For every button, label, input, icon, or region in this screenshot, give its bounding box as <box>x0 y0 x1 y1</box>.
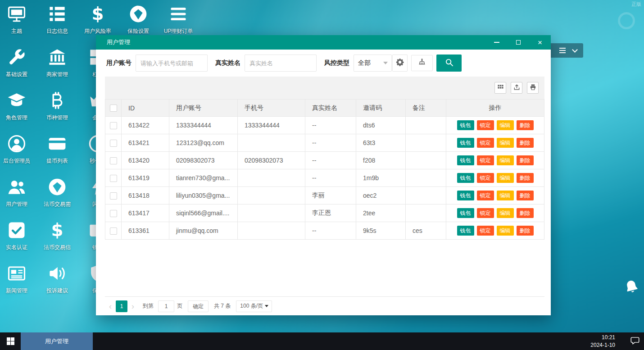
realname-input[interactable] <box>245 55 317 72</box>
taskbar-active-app[interactable]: 用户管理 <box>21 332 93 350</box>
desktop-icon-dollar[interactable]: $用户风险率 <box>80 4 115 35</box>
window-titlebar[interactable]: 用户管理 × <box>96 35 551 50</box>
wallet-button[interactable]: 钱包 <box>457 191 474 200</box>
search-button[interactable] <box>436 55 462 72</box>
user-table: ID用户账号手机号真实姓名邀请码备注操作 6134221333344444133… <box>105 99 544 240</box>
desktop-icon-users[interactable]: 用户管理 <box>0 177 34 208</box>
clear-button[interactable] <box>411 55 433 71</box>
desktop-icon-bank-card[interactable]: 提币列表 <box>40 133 75 165</box>
delete-button[interactable]: 删除 <box>517 155 534 165</box>
desktop-icon-wrench[interactable]: 基础设置 <box>0 47 34 78</box>
lock-button[interactable]: 锁定 <box>477 191 494 200</box>
cell-invite: 2tee <box>356 205 406 222</box>
current-page-button[interactable]: 1 <box>116 300 127 312</box>
desktop-icon-news[interactable]: 新闻管理 <box>0 263 34 295</box>
close-button[interactable]: × <box>529 35 551 50</box>
minimize-icon <box>494 42 499 43</box>
row-checkbox[interactable] <box>110 175 117 182</box>
goto-page-input[interactable] <box>158 300 174 312</box>
cell-invite: 9k5s <box>356 222 406 240</box>
row-checkbox[interactable] <box>110 122 117 129</box>
cell-remark <box>406 117 446 134</box>
edit-button[interactable]: 编辑 <box>497 226 514 236</box>
desktop-icon-label: 提币列表 <box>40 157 75 165</box>
select-all-checkbox[interactable] <box>110 105 117 112</box>
risk-type-label: 风控类型 <box>324 59 349 67</box>
prev-page-button[interactable]: ‹ <box>105 302 116 310</box>
per-page-select[interactable]: 100 条/页 <box>236 300 272 312</box>
start-button[interactable] <box>0 332 21 350</box>
print-icon <box>530 84 536 92</box>
cell-remark <box>406 152 446 169</box>
column-header: 邀请码 <box>356 100 406 117</box>
export-button[interactable] <box>511 82 522 94</box>
dollar-icon: $ <box>47 220 68 241</box>
desktop-icon-bank[interactable]: 商家管理 <box>40 47 75 78</box>
desktop-icon-dollar[interactable]: $法币交易信 <box>40 220 75 251</box>
menu-icon[interactable] <box>559 48 566 53</box>
wallet-button[interactable]: 钱包 <box>457 208 474 218</box>
desktop-icon-diamond-badge[interactable]: 保险设置 <box>121 4 156 35</box>
desktop-icon-menu-lines[interactable]: UP理财订单 <box>161 4 196 35</box>
edit-button[interactable]: 编辑 <box>497 191 514 200</box>
table-row: 6134200209830207302098302073--f208钱包锁定编辑… <box>105 152 544 169</box>
edit-button[interactable]: 编辑 <box>497 155 514 165</box>
delete-button[interactable]: 删除 <box>517 138 534 148</box>
delete-button[interactable]: 删除 <box>517 120 534 130</box>
risk-type-select[interactable]: 全部 <box>354 55 392 72</box>
row-checkbox[interactable] <box>110 192 117 200</box>
taskbar-clock[interactable]: 10:21 2024-1-10 <box>590 334 615 348</box>
risk-type-value: 全部 <box>358 59 371 67</box>
chevron-down-icon[interactable] <box>572 47 578 53</box>
desktop-icon-admin-user[interactable]: 后台管理员 <box>0 133 34 165</box>
desktop-icon-graduation-cap[interactable]: 角色管理 <box>0 90 34 122</box>
close-icon: × <box>538 39 542 46</box>
row-checkbox[interactable] <box>110 210 117 217</box>
settings-button[interactable] <box>392 55 408 72</box>
desktop-icon-diamond-badge[interactable]: 法币交易需 <box>40 177 75 208</box>
lock-button[interactable]: 锁定 <box>477 173 494 183</box>
desktop-icon-check-badge[interactable]: 实名认证 <box>0 220 34 251</box>
filter-columns-button[interactable] <box>494 82 506 94</box>
chat-bubble-icon <box>630 336 640 347</box>
lock-button[interactable]: 锁定 <box>477 155 494 165</box>
lock-button[interactable]: 锁定 <box>477 226 494 236</box>
delete-button[interactable]: 删除 <box>517 226 534 236</box>
edit-button[interactable]: 编辑 <box>497 138 514 148</box>
maximize-button[interactable] <box>508 35 529 50</box>
delete-button[interactable]: 删除 <box>517 191 534 200</box>
lock-button[interactable]: 锁定 <box>477 208 494 218</box>
confirm-button[interactable]: 确定 <box>188 300 209 312</box>
taskbar-time: 10:21 <box>590 334 615 341</box>
delete-button[interactable]: 删除 <box>517 208 534 218</box>
diamond-badge-icon <box>47 177 68 197</box>
chat-button[interactable] <box>626 332 644 350</box>
cell-id: 613418 <box>122 187 169 205</box>
row-checkbox[interactable] <box>110 227 117 235</box>
wallet-button[interactable]: 钱包 <box>457 120 474 130</box>
bitcoin-icon <box>47 90 68 111</box>
wallet-button[interactable]: 钱包 <box>457 155 474 165</box>
edit-button[interactable]: 编辑 <box>497 208 514 218</box>
edit-button[interactable]: 编辑 <box>497 173 514 183</box>
desktop-icon-monitor[interactable]: 主题 <box>0 4 34 35</box>
edit-button[interactable]: 编辑 <box>497 120 514 130</box>
minimize-button[interactable] <box>486 35 508 50</box>
account-input[interactable] <box>136 55 208 72</box>
next-page-button[interactable]: › <box>127 302 138 310</box>
row-checkbox[interactable] <box>110 140 117 147</box>
desktop-icon-speaker[interactable]: 投诉建议 <box>40 263 75 295</box>
cell-realname: -- <box>305 152 356 169</box>
desktop-icon-bitcoin[interactable]: 币种管理 <box>40 90 75 122</box>
cell-realname: -- <box>305 222 356 240</box>
wallet-button[interactable]: 钱包 <box>457 173 474 183</box>
wallet-button[interactable]: 钱包 <box>457 226 474 236</box>
print-button[interactable] <box>527 82 539 94</box>
lock-button[interactable]: 锁定 <box>477 120 494 130</box>
row-checkbox[interactable] <box>110 157 117 164</box>
lock-button[interactable]: 锁定 <box>477 138 494 148</box>
delete-button[interactable]: 删除 <box>517 173 534 183</box>
desktop-icon-log-list[interactable]: 日志信息 <box>40 4 75 35</box>
wallet-button[interactable]: 钱包 <box>457 138 474 148</box>
cell-account: jinmu@qq.com <box>169 222 238 240</box>
